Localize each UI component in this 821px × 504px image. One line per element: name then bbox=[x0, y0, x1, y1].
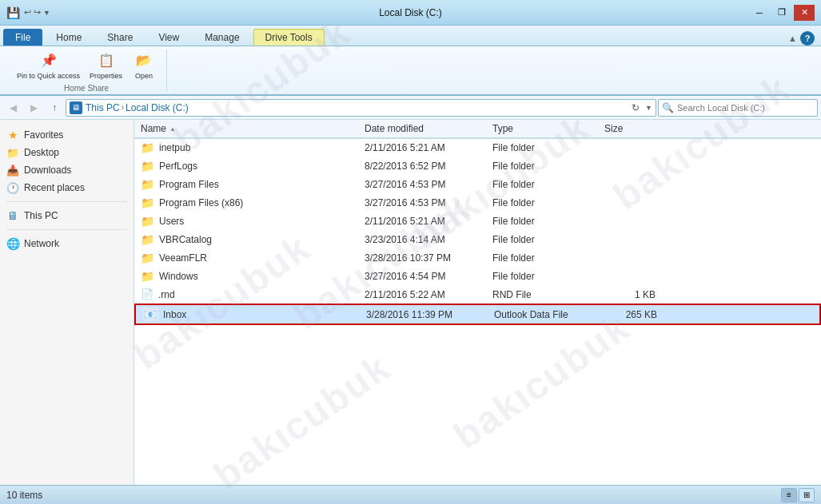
sidebar-network[interactable]: 🌐 Network bbox=[0, 235, 134, 252]
file-name: 📄 .rnd bbox=[134, 287, 358, 302]
search-box: 🔍 bbox=[658, 99, 818, 117]
qat-undo-icon[interactable]: ↩ bbox=[24, 7, 31, 18]
address-local-disk[interactable]: Local Disk (C:) bbox=[126, 102, 189, 113]
qat-save-icon[interactable]: 💾 bbox=[6, 6, 20, 19]
file-size bbox=[598, 220, 662, 223]
ribbon-properties-btn[interactable]: 📋 Properties bbox=[86, 49, 126, 82]
file-type: File folder bbox=[486, 196, 598, 210]
file-type: RND File bbox=[486, 288, 598, 302]
desktop-folder-icon: 📁 bbox=[6, 146, 19, 159]
col-header-type[interactable]: Type bbox=[486, 121, 598, 136]
table-row[interactable]: 📧 Inbox 3/28/2016 11:39 PM Outlook Data … bbox=[134, 304, 821, 325]
sidebar-favorites-label: Favorites bbox=[24, 129, 63, 141]
table-row[interactable]: 📁 inetpub 2/11/2016 5:21 AM File folder bbox=[134, 139, 821, 157]
table-row[interactable]: 📁 Users 2/11/2016 5:21 AM File folder bbox=[134, 212, 821, 231]
close-button[interactable]: ✕ bbox=[794, 5, 815, 21]
ribbon-collapse-icon[interactable]: ▲ bbox=[785, 32, 800, 45]
file-name: 📁 Program Files bbox=[134, 177, 358, 192]
sidebar-divider-2 bbox=[6, 229, 127, 230]
file-type: File folder bbox=[486, 214, 598, 228]
favorites-star-icon: ★ bbox=[6, 129, 19, 141]
pin-icon: 📌 bbox=[39, 51, 58, 70]
sidebar-recent-label: Recent places bbox=[24, 182, 85, 193]
file-type: File folder bbox=[486, 269, 598, 284]
view-tiles-button[interactable]: ⊞ bbox=[799, 488, 815, 502]
window-controls: ─ ❐ ✕ bbox=[749, 5, 815, 21]
table-row[interactable]: 📁 PerfLogs 8/22/2013 6:52 PM File folder bbox=[134, 157, 821, 176]
file-size bbox=[598, 146, 662, 149]
recent-icon: 🕐 bbox=[6, 181, 19, 194]
status-item-count: 10 items bbox=[6, 490, 42, 501]
file-type: File folder bbox=[486, 232, 598, 247]
file-icon: 📄 bbox=[141, 288, 153, 300]
file-name: 📁 VBRCatalog bbox=[134, 232, 358, 248]
help-icon[interactable]: ? bbox=[800, 31, 815, 46]
col-header-size[interactable]: Size bbox=[598, 121, 662, 136]
table-row[interactable]: 📁 VBRCatalog 3/23/2016 4:14 AM File fold… bbox=[134, 231, 821, 249]
file-date: 8/22/2013 6:52 PM bbox=[358, 159, 486, 173]
qat-dropdown-icon[interactable]: ▼ bbox=[43, 9, 50, 17]
file-rows: 📁 inetpub 2/11/2016 5:21 AM File folder … bbox=[134, 139, 821, 325]
sidebar-this-pc-label: This PC bbox=[24, 210, 58, 221]
table-row[interactable]: 📄 .rnd 2/11/2016 5:22 AM RND File 1 KB bbox=[134, 286, 821, 304]
table-row[interactable]: 📁 Program Files 3/27/2016 4:53 PM File f… bbox=[134, 176, 821, 194]
search-input[interactable] bbox=[677, 103, 814, 113]
address-refresh-button[interactable]: ↻ bbox=[626, 99, 645, 117]
forward-button[interactable]: ▶ bbox=[24, 99, 43, 117]
address-bar: 🖥 This PC › Local Disk (C:) ↻ ▼ bbox=[66, 99, 656, 117]
file-size bbox=[598, 275, 662, 278]
file-date: 3/27/2016 4:54 PM bbox=[358, 269, 486, 284]
col-header-name[interactable]: Name ▲ bbox=[134, 121, 358, 136]
tab-share[interactable]: Share bbox=[95, 29, 145, 46]
tab-drive-tools[interactable]: Drive Tools bbox=[253, 29, 325, 46]
view-details-button[interactable]: ≡ bbox=[781, 488, 797, 502]
col-header-date[interactable]: Date modified bbox=[358, 121, 486, 136]
network-icon: 🌐 bbox=[6, 237, 19, 250]
table-row[interactable]: 📁 Windows 3/27/2016 4:54 PM File folder bbox=[134, 268, 821, 286]
address-separator-1: › bbox=[122, 103, 124, 112]
tab-home[interactable]: Home bbox=[44, 29, 94, 46]
table-row[interactable]: 📁 Program Files (x86) 3/27/2016 4:53 PM … bbox=[134, 194, 821, 212]
back-button[interactable]: ◀ bbox=[3, 99, 22, 117]
file-type: File folder bbox=[486, 141, 598, 155]
tab-manage[interactable]: Manage bbox=[193, 29, 251, 46]
tab-view[interactable]: View bbox=[146, 29, 191, 46]
sidebar-item-desktop[interactable]: 📁 Desktop bbox=[0, 144, 134, 161]
up-button[interactable]: ↑ bbox=[45, 99, 64, 117]
sidebar-favorites-header: ★ Favorites bbox=[0, 126, 134, 144]
file-size: 1 KB bbox=[598, 288, 662, 302]
restore-button[interactable]: ❐ bbox=[771, 5, 792, 21]
file-name: 📁 Windows bbox=[134, 268, 358, 284]
ribbon-pin-btn[interactable]: 📌 Pin to Quick access bbox=[13, 49, 84, 82]
folder-icon: 📁 bbox=[141, 178, 154, 191]
file-name: 📧 Inbox bbox=[136, 306, 360, 323]
ribbon-buttons: 📌 Pin to Quick access 📋 Properties 📂 Ope… bbox=[13, 49, 160, 82]
file-name: 📁 inetpub bbox=[134, 140, 358, 156]
file-date: 3/27/2016 4:53 PM bbox=[358, 177, 486, 192]
table-row[interactable]: 📁 VeeamFLR 3/28/2016 10:37 PM File folde… bbox=[134, 249, 821, 268]
sidebar-item-recentplaces[interactable]: 🕐 Recent places bbox=[0, 179, 134, 196]
sidebar-this-pc[interactable]: 🖥 This PC bbox=[0, 207, 134, 224]
qat-redo-icon[interactable]: ↪ bbox=[34, 7, 41, 18]
file-type: Outlook Data File bbox=[488, 308, 600, 322]
address-bar-icon: 🖥 bbox=[70, 101, 82, 114]
file-name: 📁 VeeamFLR bbox=[134, 250, 358, 266]
sidebar-downloads-label: Downloads bbox=[24, 165, 71, 176]
file-name: 📁 Users bbox=[134, 213, 358, 229]
minimize-button[interactable]: ─ bbox=[749, 5, 770, 21]
folder-icon: 📁 bbox=[141, 270, 154, 283]
sidebar-item-downloads[interactable]: 📥 Downloads bbox=[0, 161, 134, 179]
main-area: ★ Favorites 📁 Desktop 📥 Downloads 🕐 Rece… bbox=[0, 120, 821, 485]
tab-file[interactable]: File bbox=[3, 29, 42, 46]
address-this-pc[interactable]: This PC bbox=[86, 102, 120, 113]
sidebar: ★ Favorites 📁 Desktop 📥 Downloads 🕐 Rece… bbox=[0, 120, 134, 485]
file-size bbox=[598, 201, 662, 204]
ribbon-content: 📌 Pin to Quick access 📋 Properties 📂 Ope… bbox=[0, 46, 821, 96]
ribbon-open-btn[interactable]: 📂 Open bbox=[128, 49, 160, 82]
file-list-header: Name ▲ Date modified Type Size bbox=[134, 120, 821, 139]
window-title: Local Disk (C:) bbox=[379, 7, 442, 18]
address-dropdown-icon[interactable]: ▼ bbox=[645, 104, 652, 112]
file-date: 3/28/2016 10:37 PM bbox=[358, 251, 486, 265]
file-date: 3/27/2016 4:53 PM bbox=[358, 196, 486, 210]
folder-icon: 📁 bbox=[141, 233, 154, 246]
